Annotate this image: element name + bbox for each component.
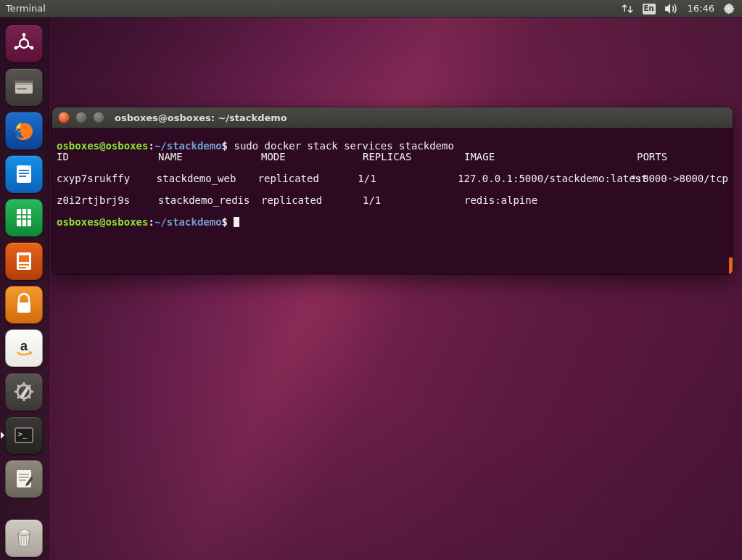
launcher-settings[interactable]: [5, 373, 43, 411]
terminal-cursor: [234, 217, 239, 227]
svg-point-1: [20, 39, 28, 48]
window-minimize-button[interactable]: [75, 112, 87, 123]
launcher-files[interactable]: [5, 68, 43, 106]
table-row: z0i2rtjbrj9sstackdemo_redisreplicated1/1…: [57, 195, 728, 206]
system-tray: En 16:46: [621, 0, 742, 17]
command-text: sudo docker stack services stackdemo: [234, 140, 453, 152]
table-header: IDNAMEMODEREPLICASIMAGEPORTS: [57, 152, 728, 162]
svg-line-33: [17, 385, 20, 387]
volume-icon[interactable]: [664, 3, 679, 15]
network-icon[interactable]: [621, 3, 634, 15]
launcher-texteditor[interactable]: [5, 460, 43, 498]
svg-line-6: [17, 46, 20, 47]
window-title: osboxes@osboxes: ~/stackdemo: [115, 112, 287, 123]
launcher-terminal[interactable]: >_: [5, 416, 43, 454]
svg-line-44: [21, 536, 22, 545]
svg-rect-25: [19, 264, 29, 265]
window-close-button[interactable]: [58, 112, 70, 123]
svg-point-2: [22, 33, 26, 37]
svg-text:a: a: [20, 339, 28, 353]
table-row: cxyp7srukffystackdemo_webreplicated1/112…: [57, 173, 728, 184]
prompt-user: osboxes@osboxes: [57, 140, 148, 152]
svg-rect-26: [19, 267, 26, 268]
svg-line-46: [27, 536, 28, 545]
active-app-title[interactable]: Terminal: [0, 0, 46, 17]
svg-text:>_: >_: [18, 430, 28, 439]
svg-line-34: [28, 396, 30, 398]
svg-rect-39: [17, 470, 31, 487]
launcher-impress[interactable]: [5, 242, 43, 280]
svg-line-35: [17, 396, 20, 398]
svg-rect-11: [15, 81, 33, 83]
svg-rect-24: [19, 255, 29, 262]
top-panel: Terminal En 16:46: [0, 0, 742, 17]
launcher-writer[interactable]: [5, 155, 43, 193]
svg-line-36: [28, 385, 30, 387]
session-gear-icon[interactable]: [723, 3, 735, 15]
terminal-window[interactable]: osboxes@osboxes: ~/stackdemo osboxes@osb…: [52, 107, 733, 274]
unity-launcher: a >_: [0, 17, 49, 560]
desktop-wallpaper: [0, 0, 742, 560]
launcher-firefox[interactable]: [5, 112, 43, 149]
svg-rect-10: [17, 88, 27, 90]
prompt-path: ~/stackdemo: [154, 140, 222, 152]
svg-rect-18: [17, 209, 31, 226]
terminal-titlebar[interactable]: osboxes@osboxes: ~/stackdemo: [52, 107, 733, 128]
clock[interactable]: 16:46: [688, 0, 714, 17]
terminal-body[interactable]: osboxes@osboxes:~/stackdemo$ sudo docker…: [52, 128, 733, 274]
window-maximize-button[interactable]: [93, 112, 104, 123]
launcher-dash[interactable]: [5, 25, 43, 62]
launcher-trash[interactable]: [5, 519, 43, 557]
svg-line-7: [28, 46, 30, 47]
launcher-software[interactable]: [5, 286, 43, 324]
keyboard-layout-indicator[interactable]: En: [643, 4, 656, 15]
launcher-amazon[interactable]: a: [5, 329, 43, 367]
window-resize-accent: [729, 258, 733, 274]
launcher-calc[interactable]: [5, 199, 43, 236]
